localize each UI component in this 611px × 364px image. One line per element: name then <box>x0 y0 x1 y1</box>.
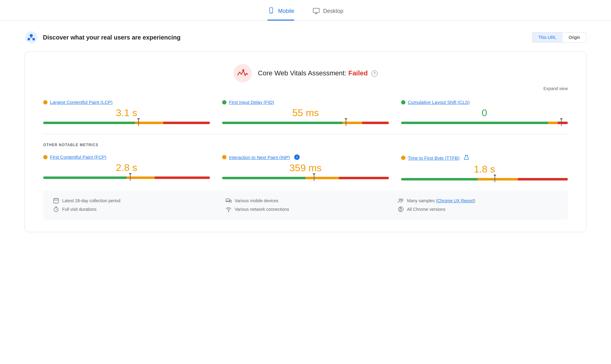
top-tabs: Mobile Desktop <box>0 0 611 21</box>
footer-item-collection: Latest 28-day collection period <box>53 198 213 204</box>
footer-item-chrome: All Chrome versions <box>398 206 558 212</box>
fcp-gauge <box>43 176 210 179</box>
fid-gauge-green <box>222 122 342 124</box>
cls-gauge <box>401 122 568 124</box>
inp-gauge-orange <box>306 177 339 179</box>
lcp-value: 3.1 s <box>43 107 210 119</box>
lcp-gauge-green <box>43 122 135 124</box>
fid-label[interactable]: First Input Delay (FID) <box>229 100 274 105</box>
crux-icon <box>25 31 38 44</box>
origin-button[interactable]: Origin <box>563 32 586 42</box>
lcp-gauge-orange <box>135 122 163 124</box>
footer-item-duration: Full visit durations <box>53 206 213 212</box>
cls-gauge-red <box>558 122 568 124</box>
fcp-gauge-marker <box>130 175 131 181</box>
svg-point-11 <box>242 69 244 71</box>
svg-line-32 <box>400 207 400 208</box>
failed-signal-icon <box>237 69 248 78</box>
metric-inp-label-row: Interaction to Next Paint (INP) i <box>222 154 389 160</box>
footer-grid: Latest 28-day collection period Various … <box>43 190 568 220</box>
svg-point-1 <box>271 12 271 13</box>
this-url-button[interactable]: This URL <box>532 32 562 42</box>
footer-chrome-text: All Chrome versions <box>407 207 445 212</box>
cls-dot <box>401 100 405 104</box>
metric-fcp-label-row: First Contentful Paint (FCP) <box>43 154 210 160</box>
inp-label[interactable]: Interaction to Next Paint (INP) <box>229 155 290 160</box>
svg-point-20 <box>399 199 401 201</box>
svg-rect-13 <box>54 199 59 203</box>
assessment-title: Core Web Vitals Assessment: Failed ? <box>258 69 378 77</box>
inp-gauge-marker <box>314 175 314 181</box>
devices-icon <box>226 198 232 204</box>
lcp-gauge <box>43 122 210 124</box>
other-metrics-label: OTHER NOTABLE METRICS <box>43 143 568 147</box>
ttfb-gauge-red <box>518 178 568 180</box>
inp-gauge-green <box>222 177 306 179</box>
crux-report-link[interactable]: Chrome UX Report <box>437 198 474 203</box>
footer-item-samples: Many samples (Chrome UX Report) <box>398 198 558 204</box>
svg-point-6 <box>30 34 33 37</box>
mobile-icon <box>268 7 275 15</box>
assessment-title-prefix: Core Web Vitals Assessment: <box>258 69 348 77</box>
lcp-label[interactable]: Largest Contentful Paint (LCP) <box>50 100 112 105</box>
cls-gauge-marker <box>561 120 562 126</box>
metric-lcp-label-row: Largest Contentful Paint (LCP) <box>43 100 210 105</box>
svg-point-27 <box>228 211 229 212</box>
footer-devices-text: Various mobile devices <box>235 198 279 203</box>
cls-value: 0 <box>401 107 568 119</box>
svg-rect-18 <box>230 200 231 202</box>
tab-mobile[interactable]: Mobile <box>268 7 294 21</box>
footer-collection-text: Latest 28-day collection period <box>62 198 120 203</box>
cls-gauge-orange <box>548 122 558 124</box>
inp-info-icon[interactable]: i <box>294 154 300 160</box>
assessment-header: Core Web Vitals Assessment: Failed ? <box>43 64 568 82</box>
inp-gauge <box>222 177 389 179</box>
tab-desktop-label: Desktop <box>323 8 343 14</box>
fid-gauge-marker <box>346 120 346 126</box>
chrome-icon <box>398 206 404 212</box>
inp-value: 359 ms <box>222 162 389 174</box>
tab-desktop[interactable]: Desktop <box>313 7 343 21</box>
svg-line-31 <box>400 210 400 211</box>
metric-fid-label-row: First Input Delay (FID) <box>222 100 389 105</box>
metric-lcp: Largest Contentful Paint (LCP) 3.1 s <box>43 100 210 124</box>
fcp-gauge-green <box>43 176 127 179</box>
calendar-icon <box>53 198 59 204</box>
ttfb-dot <box>401 156 405 160</box>
inp-gauge-red <box>339 177 389 179</box>
expand-view-link[interactable]: Expand view <box>544 86 568 91</box>
ttfb-gauge <box>401 178 568 180</box>
ttfb-label[interactable]: Time to First Byte (TTFB) <box>408 155 460 161</box>
lcp-gauge-marker <box>138 120 139 126</box>
url-toggle: This URL Origin <box>532 32 586 43</box>
ttfb-gauge-green <box>401 178 478 180</box>
metric-ttfb: Time to First Byte (TTFB) 1.8 s <box>401 154 568 180</box>
svg-point-21 <box>401 199 403 201</box>
footer-samples-text: Many samples (Chrome UX Report) <box>407 198 475 203</box>
footer-item-devices: Various mobile devices <box>226 198 386 204</box>
fcp-gauge-red <box>155 176 210 179</box>
fcp-gauge-orange <box>127 176 155 179</box>
lcp-gauge-red <box>163 122 210 124</box>
help-icon[interactable]: ? <box>371 70 378 77</box>
cls-label[interactable]: Cumulative Layout Shift (CLS) <box>408 100 470 105</box>
svg-point-29 <box>400 208 402 210</box>
inp-dot <box>222 155 226 159</box>
assessment-icon <box>233 64 252 82</box>
footer-network-text: Various network connections <box>235 207 289 212</box>
ttfb-gauge-orange <box>478 178 518 180</box>
wifi-icon <box>226 206 232 212</box>
fcp-label[interactable]: First Contentful Paint (FCP) <box>50 154 106 160</box>
main-card: Core Web Vitals Assessment: Failed ? Exp… <box>25 51 586 232</box>
tab-mobile-label: Mobile <box>278 8 294 14</box>
header-row: Discover what your real users are experi… <box>0 31 611 44</box>
ttfb-value: 1.8 s <box>401 164 568 175</box>
metric-ttfb-label-row: Time to First Byte (TTFB) <box>401 154 568 161</box>
svg-rect-17 <box>226 199 230 202</box>
core-metrics-grid: Largest Contentful Paint (LCP) 3.1 s Fir… <box>43 100 568 124</box>
ttfb-gauge-marker <box>495 176 495 182</box>
fid-gauge <box>222 122 389 124</box>
timer-icon <box>53 206 59 212</box>
metrics-divider <box>43 134 568 134</box>
group-icon <box>398 198 404 204</box>
